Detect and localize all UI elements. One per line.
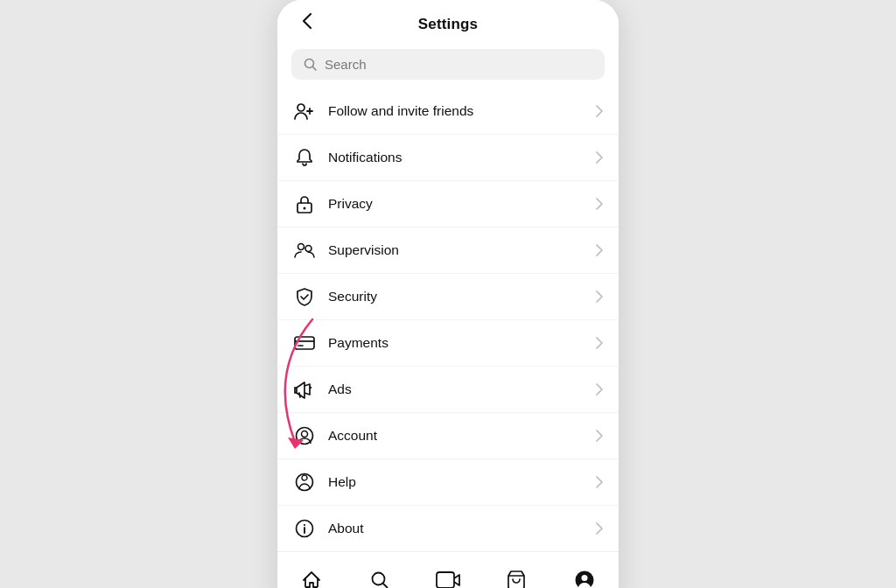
svg-point-7 (310, 387, 312, 388)
nav-search-button[interactable] (360, 561, 399, 588)
menu-item-account[interactable]: Account (277, 413, 619, 459)
menu-label-about: About (328, 521, 364, 536)
svg-point-10 (297, 474, 313, 491)
lock-icon (293, 192, 316, 215)
screen: Settings (277, 0, 619, 588)
menu-label-notifications: Notifications (328, 150, 402, 165)
menu-label-ads: Ads (328, 382, 352, 397)
page-title: Settings (418, 16, 478, 33)
back-button[interactable] (291, 5, 323, 37)
help-icon (293, 471, 316, 494)
svg-point-9 (302, 431, 308, 438)
menu-item-security[interactable]: Security (277, 274, 619, 320)
card-icon (293, 332, 316, 354)
chevron-account (596, 430, 603, 442)
svg-point-4 (298, 244, 304, 250)
chevron-security (596, 290, 603, 303)
menu-item-about[interactable]: About (277, 506, 619, 551)
menu-label-follow: Follow and invite friends (328, 103, 473, 119)
nav-shop-button[interactable] (497, 561, 536, 588)
chevron-ads (596, 383, 603, 396)
menu-label-account: Account (328, 428, 377, 444)
nav-profile-button[interactable] (565, 561, 604, 588)
chevron-supervision (596, 244, 603, 256)
svg-rect-16 (437, 572, 454, 588)
chevron-about (596, 522, 603, 535)
menu-label-security: Security (328, 289, 377, 304)
chevron-payments (596, 337, 603, 349)
search-icon (304, 58, 318, 72)
chevron-privacy (596, 198, 603, 210)
svg-point-1 (298, 104, 304, 111)
supervision-icon (293, 239, 316, 262)
chevron-follow (596, 105, 603, 117)
menu-item-payments[interactable]: Payments (277, 320, 619, 367)
menu-label-privacy: Privacy (328, 196, 373, 212)
menu-label-payments: Payments (328, 335, 388, 351)
menu-list: Follow and invite friends Notifications (277, 83, 619, 551)
svg-point-18 (582, 575, 588, 581)
svg-point-11 (302, 475, 307, 480)
ads-icon (293, 378, 316, 401)
nav-home-button[interactable] (292, 561, 331, 588)
menu-item-supervision[interactable]: Supervision (277, 228, 619, 274)
shield-icon (293, 285, 316, 308)
bottom-nav (277, 551, 619, 588)
search-input[interactable] (325, 57, 592, 72)
svg-point-3 (304, 207, 306, 210)
header: Settings (277, 0, 619, 42)
account-icon (293, 424, 316, 447)
chevron-help (596, 476, 603, 488)
menu-item-ads[interactable]: Ads (277, 367, 619, 413)
menu-item-help[interactable]: Help (277, 459, 619, 506)
bell-icon (293, 146, 316, 169)
svg-rect-6 (295, 337, 314, 349)
svg-point-5 (305, 246, 312, 252)
menu-item-follow[interactable]: Follow and invite friends (277, 88, 619, 135)
menu-item-notifications[interactable]: Notifications (277, 135, 619, 181)
phone-container: Settings (277, 0, 619, 588)
follow-icon (293, 100, 316, 122)
menu-item-privacy[interactable]: Privacy (277, 181, 619, 228)
svg-point-13 (304, 524, 305, 526)
nav-video-button[interactable] (429, 561, 467, 588)
chevron-notifications (596, 151, 603, 164)
menu-label-supervision: Supervision (328, 242, 399, 258)
info-icon (293, 517, 316, 540)
menu-label-help: Help (328, 474, 356, 490)
search-bar[interactable] (291, 49, 605, 80)
